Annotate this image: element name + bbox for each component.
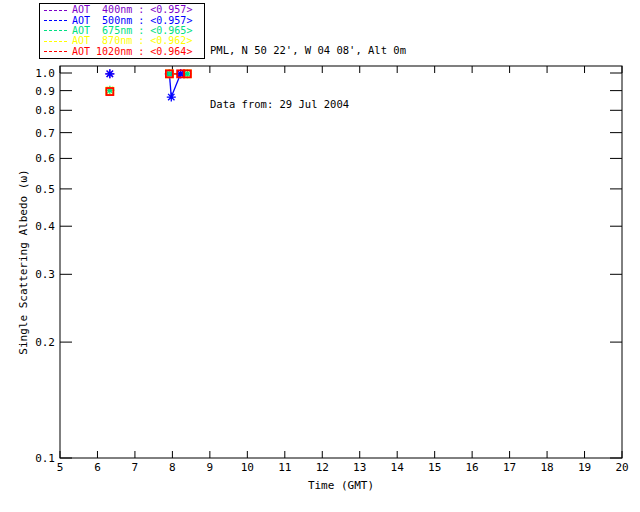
plot-header: PML, N 50 22', W 04 08', Alt 0m Data fro… [210,5,406,149]
x-tick-label: 9 [207,461,214,474]
legend-line-sample [44,20,67,21]
legend-entry: AOT 1020nm : <0.964> [44,47,200,57]
x-tick-label: 19 [578,461,591,474]
asterisk-marker [105,69,114,78]
y-tick-label: 0.1 [35,452,55,465]
legend-line-sample [44,41,67,42]
legend-entry-label: AOT 870nm : <0.962> [72,36,192,46]
y-tick-label: 0.5 [35,183,55,196]
legend-entry: AOT 400nm : <0.957> [44,5,200,15]
x-tick-label: 17 [503,461,516,474]
y-tick-label: 0.3 [35,268,55,281]
y-tick-label: 0.9 [35,85,55,98]
legend-entry: AOT 870nm : <0.962> [44,36,200,46]
x-tick-label: 20 [615,461,628,474]
legend-entry-label: AOT 1020nm : <0.964> [72,47,192,57]
x-tick-label: 15 [428,461,441,474]
y-tick-label: 0.8 [35,104,55,117]
y-tick-label: 0.7 [35,127,55,140]
legend-box: AOT 400nm : <0.957>AOT 500nm : <0.957>AO… [39,3,205,59]
ssa-plot-page: 5678910111213141516171819201.00.90.80.70… [0,0,640,512]
legend-line-sample [44,51,67,52]
x-tick-label: 11 [278,461,291,474]
y-tick-label: 1.0 [35,67,55,80]
y-axis-title: Single Scattering Albedo (ω) [17,169,30,354]
x-tick-label: 16 [466,461,479,474]
site-location-line: PML, N 50 22', W 04 08', Alt 0m [210,41,406,59]
legend-line-sample [44,10,67,11]
legend-entry-label: AOT 400nm : <0.957> [72,5,192,15]
x-tick-label: 13 [353,461,366,474]
x-tick-label: 18 [540,461,553,474]
data-date-line: Data from: 29 Jul 2004 [210,95,406,113]
x-tick-label: 12 [316,461,329,474]
y-tick-label: 0.2 [35,336,55,349]
legend-line-sample [44,30,67,31]
y-tick-label: 0.4 [35,220,55,233]
x-tick-label: 7 [132,461,139,474]
x-tick-label: 8 [169,461,176,474]
x-tick-label: 14 [391,461,405,474]
x-tick-label: 6 [94,461,101,474]
asterisk-marker [167,93,176,102]
y-tick-label: 0.6 [35,152,55,165]
x-axis-title: Time (GMT) [308,479,374,492]
x-tick-label: 5 [57,461,64,474]
x-tick-label: 10 [241,461,254,474]
